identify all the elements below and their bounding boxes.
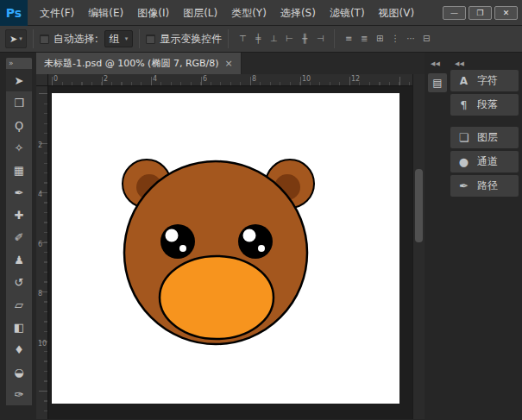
bear-left-eye [160,224,195,259]
vertical-scrollbar[interactable] [412,74,425,419]
history-brush-tool[interactable]: ↺ [6,271,32,293]
separator [228,29,229,48]
rectangular-marquee-tool[interactable]: ❒ [6,91,32,114]
panel-button-channels[interactable]: ● 通道 [450,151,519,172]
tools-dock: » ➤ ❒ Ϙ ✧ ▦ ✒ ✚ ✐ ♟ ↺ ▱ ◧ ♦ ◒ ✑ [0,53,36,419]
tool-preset-picker[interactable]: ➤ ▾ [5,29,27,48]
menu-edit[interactable]: 编辑(E) [81,0,130,26]
panel-button-paragraph[interactable]: ¶ 段落 [450,94,519,116]
spot-healing-brush-tool[interactable]: ✚ [6,204,32,226]
panel-label: 段落 [477,97,498,112]
bear-right-eye [238,224,273,259]
tools-collapse-button[interactable]: » [6,58,32,69]
document-canvas[interactable] [52,93,399,404]
distribute-horizontal-centers-button[interactable]: ⋯ [404,31,418,47]
panel-label: 图层 [477,130,498,145]
ruler-number: 10 [302,75,311,83]
current-tool-icon: ➤ [9,34,17,45]
menu-image[interactable]: 图像(I) [130,0,176,26]
align-vertical-centers-button[interactable]: ╪ [251,31,265,47]
photoshop-logo: Ps [0,0,28,26]
align-bottom-edges-button[interactable]: ⊥ [267,31,280,47]
ruler-number: 8 [252,75,256,83]
show-transform-checkbox[interactable] [146,34,155,44]
ruler-number: 0 [53,75,58,83]
eraser-tool[interactable]: ▱ [6,293,32,316]
ruler-number: 2 [104,75,108,83]
align-top-edges-button[interactable]: ⊤ [236,31,249,47]
ruler-number: 2 [38,141,42,149]
strip-expand-button[interactable]: ◀◀ [426,58,449,70]
tool-options-bar: ➤ ▾ 自动选择: 组 ▾ 显示变换控件 ⊤ ╪ ⊥ ⊢ ╫ ⊣ ≡ ≣ ⊞ ⋮… [0,26,522,53]
tab-close-icon[interactable]: × [225,58,233,69]
ruler-number: 6 [203,75,207,83]
auto-select-value: 组 [110,32,120,47]
align-horizontal-centers-button[interactable]: ╫ [298,31,311,47]
lasso-tool[interactable]: Ϙ [6,114,32,136]
ruler-number: 8 [38,290,42,298]
auto-select-checkbox[interactable] [40,34,49,44]
eyedropper-tool[interactable]: ✒ [6,181,32,204]
pen-tool[interactable]: ✑ [6,383,32,405]
chevron-down-icon: ▾ [125,35,129,42]
ruler-number: 12 [351,75,360,83]
align-right-edges-button[interactable]: ⊣ [313,31,327,47]
clone-stamp-tool[interactable]: ♟ [6,248,32,271]
dodge-tool[interactable]: ◒ [6,360,32,383]
blur-tool[interactable]: ♦ [6,338,32,360]
panel-label: 字符 [477,73,498,88]
separator [334,29,335,48]
scrollbar-thumb[interactable] [415,169,423,242]
adjustments-panel-icon[interactable]: ▤ [428,73,447,92]
minimize-button[interactable]: — [443,6,466,20]
paragraph-panel-icon: ¶ [457,98,470,111]
panel-button-character[interactable]: A 字符 [450,70,519,91]
collapsed-panels: ◀◀ A 字符 ¶ 段落 ❏ 图层 ● 通道 ✒ 路径 [450,58,519,419]
panel-label: 通道 [477,154,498,169]
layers-panel-icon: ❏ [457,131,470,144]
auto-select-dropdown[interactable]: 组 ▾ [104,30,134,47]
ruler-number: 6 [38,241,42,248]
document-tab-title: 未标题-1.psd @ 100% (椭圆 7, RGB/8) [44,57,219,70]
distribute-vertical-centers-button[interactable]: ≣ [357,31,371,47]
distribute-left-edges-button[interactable]: ⋮ [388,31,402,47]
panel-label: 路径 [477,179,498,193]
separator [139,29,140,48]
ruler-number: 4 [153,75,157,83]
right-panel-dock: ◀◀ ▤ ◀◀ A 字符 ¶ 段落 ❏ 图层 ● 通道 ✒ 路径 [425,53,522,419]
eye-highlight [258,245,265,252]
brush-tool[interactable]: ✐ [6,226,32,248]
menu-select[interactable]: 选择(S) [274,0,323,26]
character-panel-icon: A [457,75,470,87]
align-left-edges-button[interactable]: ⊢ [282,31,296,47]
show-transform-label: 显示变换控件 [160,32,222,47]
bear-muzzle [160,256,274,339]
gradient-tool[interactable]: ◧ [6,316,32,338]
menu-bar: Ps 文件(F) 编辑(E) 图像(I) 图层(L) 类型(Y) 选择(S) 滤… [0,0,522,26]
menu-layer[interactable]: 图层(L) [176,0,224,26]
restore-button[interactable]: ❐ [469,6,492,20]
eye-highlight [166,229,179,242]
tools-panel: » ➤ ❒ Ϙ ✧ ▦ ✒ ✚ ✐ ♟ ↺ ▱ ◧ ♦ ◒ ✑ [6,58,32,405]
panel-icon-strip: ◀◀ ▤ [426,58,449,419]
panel-button-layers[interactable]: ❏ 图层 [450,127,519,148]
move-tool[interactable]: ➤ [6,69,32,91]
close-button[interactable]: ✕ [494,6,518,20]
distribute-top-edges-button[interactable]: ≡ [342,31,355,47]
document-tab[interactable]: 未标题-1.psd @ 100% (椭圆 7, RGB/8) × [36,53,242,74]
panel-button-paths[interactable]: ✒ 路径 [450,175,519,197]
bear-artwork [52,93,399,404]
distribute-right-edges-button[interactable]: ⊟ [419,31,433,47]
distribute-bottom-edges-button[interactable]: ⊞ [373,31,387,47]
dock-expand-button[interactable]: ◀◀ [450,58,519,70]
menu-filter[interactable]: 滤镜(T) [323,0,372,26]
menu-file[interactable]: 文件(F) [33,0,81,26]
crop-tool[interactable]: ▦ [6,159,32,181]
ruler-number: 10 [38,340,47,348]
quick-selection-tool[interactable]: ✧ [6,136,32,159]
menu-type[interactable]: 类型(Y) [224,0,274,26]
menu-view[interactable]: 视图(V) [372,0,422,26]
separator [33,29,34,48]
ruler-number: 4 [38,191,42,198]
eye-highlight [179,245,186,252]
